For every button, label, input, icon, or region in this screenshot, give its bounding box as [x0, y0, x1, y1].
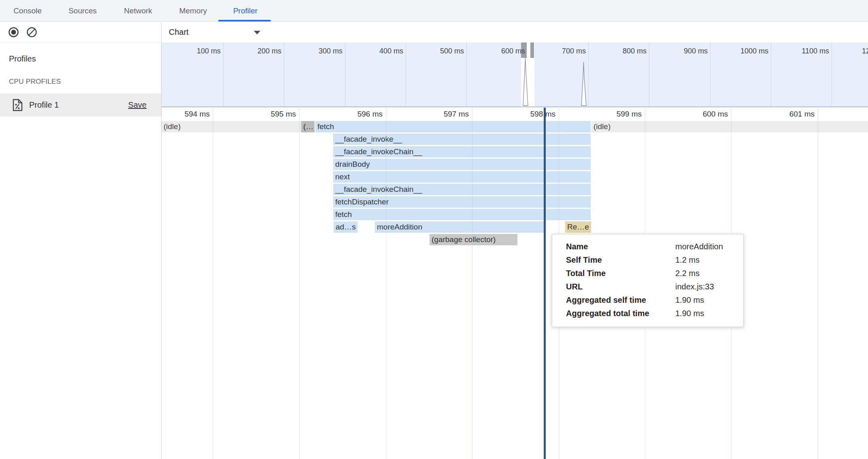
cpu-profiles-section-title: CPU PROFILES — [9, 78, 61, 86]
tab-network[interactable]: Network — [124, 0, 152, 21]
current-time-marker[interactable] — [544, 108, 546, 459]
profile-name: Profile 1 — [29, 94, 59, 117]
tooltip-value: 1.2 ms — [675, 253, 700, 267]
record-icon[interactable] — [8, 27, 19, 38]
overview-timeline[interactable]: 100 ms200 ms300 ms400 ms500 ms600 ms700 … — [162, 42, 868, 107]
tooltip-row: Total Time2.2 ms — [552, 267, 743, 280]
detail-tick-label: 595 ms — [235, 110, 296, 119]
overview-tick-label: 500 ms — [411, 47, 464, 55]
overview-tick-label: 700 ms — [533, 47, 586, 55]
overview-tick-label: 200 ms — [229, 47, 281, 55]
flame-bar--idle-[interactable]: (idle) — [162, 121, 301, 132]
detail-tick-label: 597 ms — [408, 110, 469, 119]
tooltip-row: Aggregated self time1.90 ms — [552, 293, 743, 307]
active-tab-underline — [218, 20, 271, 21]
tab-sources[interactable]: Sources — [68, 0, 97, 21]
detail-tick-label: 596 ms — [322, 110, 383, 119]
tooltip-row: URLindex.js:33 — [552, 280, 743, 293]
flame-bar-next[interactable]: next — [333, 171, 591, 183]
flame-bar--garbage-collector-[interactable]: (garbage collector) — [430, 234, 517, 245]
flame-bar--facade-invokechain-[interactable]: __facade_invokeChain__ — [333, 184, 591, 195]
tooltip-value: 2.2 ms — [675, 267, 700, 280]
view-mode-select[interactable]: Chart — [169, 22, 266, 42]
detail-tick-label: 598 ms — [495, 110, 555, 119]
overview-tick-label: 100 ms — [168, 47, 221, 55]
tooltip-label: Total Time — [566, 267, 606, 280]
tooltip-value: 1.90 ms — [675, 293, 704, 307]
detail-gridline — [818, 108, 818, 459]
overview-tick-label: 1100 ms — [777, 47, 829, 55]
tooltip-row: Self Time1.2 ms — [552, 253, 743, 267]
tooltip-value: index.js:33 — [675, 280, 714, 293]
detail-tick-label: 594 ms — [162, 110, 210, 119]
flame-bar--idle-[interactable]: (idle) — [591, 121, 868, 132]
chevron-down-icon — [254, 31, 260, 34]
flame-bar-fetch[interactable]: fetch — [333, 209, 591, 220]
detail-tick-label: 600 ms — [667, 110, 728, 119]
detail-gridline — [386, 108, 386, 459]
save-profile-link[interactable]: Save — [128, 94, 147, 117]
flame-bar-fetch[interactable]: fetch — [315, 121, 591, 132]
tab-memory[interactable]: Memory — [179, 0, 207, 21]
detail-gridline — [299, 108, 300, 459]
overview-tick-label: 1200 ms — [837, 47, 868, 55]
profiles-heading: Profiles — [9, 54, 36, 64]
tooltip-label: Name — [566, 240, 588, 253]
profiler-main-panel: Chart 100 ms200 ms300 ms400 ms500 ms600 … — [162, 22, 868, 459]
overview-tick-label: 800 ms — [594, 47, 647, 55]
flame-bar-moreaddition[interactable]: moreAddition — [375, 221, 544, 233]
tooltip-label: Aggregated self time — [566, 293, 646, 307]
flame-bar-re-e[interactable]: Re…e — [565, 221, 591, 233]
flame-bar-ad-s[interactable]: ad…s — [334, 221, 357, 233]
document-percent-icon — [12, 99, 23, 113]
tooltip-label: URL — [566, 280, 583, 293]
tab-console[interactable]: Console — [13, 0, 42, 21]
detail-tick-label: 599 ms — [581, 110, 642, 119]
tooltip-label: Self Time — [566, 253, 602, 267]
flame-bar-drainbody[interactable]: drainBody — [333, 159, 591, 170]
detail-tick-label: 601 ms — [754, 110, 815, 119]
tooltip-row: NamemoreAddition — [552, 240, 743, 253]
overview-tick-label: 300 ms — [290, 47, 343, 55]
tooltip-value: moreAddition — [675, 240, 723, 253]
overview-tick-label: 400 ms — [351, 47, 403, 55]
detail-gridline — [472, 108, 472, 459]
clear-icon[interactable] — [26, 27, 37, 38]
detail-gridline — [213, 108, 213, 459]
frame-details-tooltip: NamemoreAdditionSelf Time1.2 msTotal Tim… — [552, 234, 744, 327]
tooltip-value: 1.90 ms — [675, 307, 704, 320]
tab-profiler[interactable]: Profiler — [233, 0, 257, 21]
sidebar-toolbar — [0, 22, 161, 42]
profile-list-item[interactable]: Profile 1 Save — [0, 94, 161, 117]
profiler-sidebar: Profiles CPU PROFILES Profile 1 Save — [0, 22, 162, 459]
devtools-tabbar: ConsoleSourcesNetworkMemoryProfiler — [0, 0, 868, 22]
flame-bar--[interactable]: (… — [301, 121, 315, 132]
view-mode-label: Chart — [169, 22, 189, 42]
overview-tick-label: 900 ms — [655, 47, 708, 55]
overview-tick-label: 600 ms — [472, 47, 525, 55]
flame-bar--facade-invokechain-[interactable]: __facade_invokeChain__ — [333, 146, 591, 157]
flame-bar--facade-invoke-[interactable]: __facade_invoke__ — [333, 134, 591, 145]
flame-bar-fetchdispatcher[interactable]: fetchDispatcher — [333, 196, 591, 208]
tooltip-row: Aggregated total time1.90 ms — [552, 307, 743, 320]
tooltip-label: Aggregated total time — [566, 307, 649, 320]
overview-tick-label: 1000 ms — [716, 47, 768, 55]
